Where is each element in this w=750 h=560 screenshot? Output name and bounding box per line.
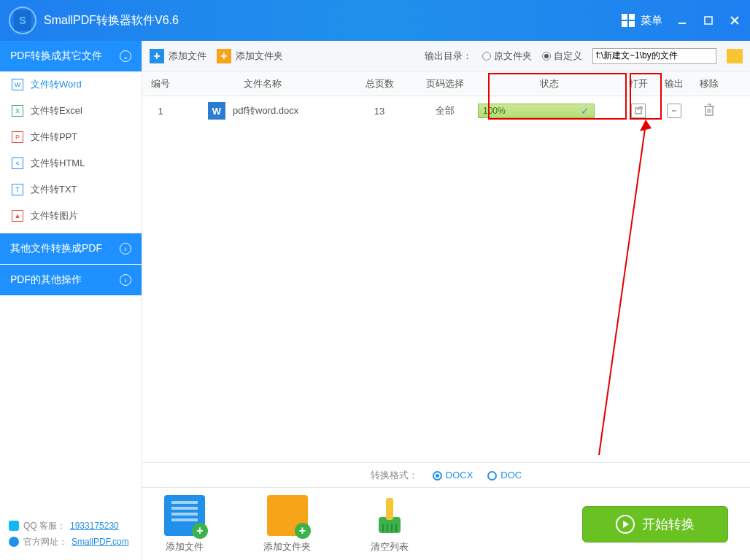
sidebar-item-html[interactable]: <文件转HTML	[0, 150, 142, 176]
qq-link[interactable]: 1933175230	[70, 521, 119, 531]
format-bar: 转换格式： DOCX DOC	[142, 462, 750, 487]
qq-icon	[9, 521, 19, 531]
word-file-icon: W	[208, 102, 225, 120]
output-button[interactable]	[667, 104, 681, 118]
excel-icon: X	[12, 105, 23, 117]
annotation-arrow	[593, 120, 652, 462]
ie-icon	[9, 537, 19, 547]
html-icon: <	[12, 158, 23, 169]
check-icon: ✓	[581, 105, 589, 117]
start-convert-button[interactable]: 开始转换	[582, 506, 728, 542]
content: +添加文件 +添加文件夹 输出目录： 原文件夹 自定义 编号 文件名称 总页数 …	[142, 41, 750, 560]
plus-icon: +	[150, 49, 164, 63]
sidebar-group-other-to-pdf[interactable]: 其他文件转换成PDF ›	[0, 233, 142, 264]
output-path-input[interactable]	[592, 48, 716, 64]
col-del: 移除	[692, 77, 727, 90]
chevron-right-icon: ›	[120, 274, 131, 286]
word-icon: W	[12, 79, 23, 90]
sidebar-footer: QQ 客服：1933175230 官方网址：SmallPDF.com	[0, 509, 142, 560]
sidebar-group-pdf-to-other[interactable]: PDF转换成其它文件 ⌄	[0, 41, 142, 71]
menu-button[interactable]: 菜单	[622, 14, 662, 28]
bottom-bar: + 添加文件 + 添加文件夹 清空列表 开始转换	[142, 487, 750, 560]
grid-icon	[622, 14, 635, 27]
app-logo: S	[9, 7, 36, 34]
toolbar: +添加文件 +添加文件夹 输出目录： 原文件夹 自定义	[142, 41, 750, 71]
big-add-file-button[interactable]: + 添加文件	[164, 495, 205, 553]
sidebar-item-word[interactable]: W文件转Word	[0, 71, 142, 98]
maximize-button[interactable]	[702, 14, 715, 27]
browse-folder-button[interactable]	[727, 49, 743, 63]
sidebar: PDF转换成其它文件 ⌄ W文件转Word X文件转Excel P文件转PPT …	[0, 41, 142, 560]
radio-custom[interactable]: 自定义	[542, 50, 582, 63]
chevron-down-icon: ⌄	[120, 50, 131, 62]
radio-doc[interactable]: DOC	[487, 470, 522, 481]
chevron-right-icon: ›	[120, 243, 131, 254]
folder-add-icon: +	[267, 495, 308, 536]
add-file-button[interactable]: +添加文件	[150, 49, 206, 63]
plus-icon: +	[217, 49, 231, 63]
col-sel: 页码选择	[412, 77, 478, 90]
ppt-icon: P	[12, 131, 23, 143]
image-icon: ▲	[12, 210, 23, 222]
svg-rect-11	[386, 498, 393, 520]
minimize-button[interactable]	[676, 14, 689, 27]
sidebar-item-txt[interactable]: T文件转TXT	[0, 176, 142, 203]
delete-button[interactable]	[703, 108, 715, 119]
menu-label: 菜单	[641, 14, 662, 28]
file-add-icon: +	[164, 495, 205, 536]
progress-bar: 100%✓	[478, 104, 595, 118]
close-button[interactable]	[728, 14, 741, 27]
big-clear-button[interactable]: 清空列表	[369, 495, 410, 553]
col-out: 输出	[657, 77, 692, 90]
sidebar-item-image[interactable]: ▲文件转图片	[0, 203, 142, 229]
radio-same-folder[interactable]: 原文件夹	[482, 50, 532, 63]
open-button[interactable]	[631, 104, 646, 118]
output-label: 输出目录：	[425, 50, 472, 63]
col-pages: 总页数	[347, 77, 412, 90]
site-link[interactable]: SmallPDF.com	[71, 537, 129, 547]
sidebar-item-excel[interactable]: X文件转Excel	[0, 98, 142, 124]
brush-icon	[369, 495, 410, 536]
app-title: SmallPDF转换器软件V6.6	[44, 13, 179, 28]
play-icon	[616, 515, 635, 534]
table-row[interactable]: 1 Wpdf转word.docx 13 全部 100%✓	[142, 96, 750, 125]
col-open: 打开	[620, 77, 657, 90]
table-header: 编号 文件名称 总页数 页码选择 状态 打开 输出 移除	[142, 71, 750, 96]
svg-line-8	[599, 124, 646, 455]
col-name: 文件名称	[179, 77, 347, 90]
format-label: 转换格式：	[371, 469, 418, 482]
txt-icon: T	[12, 184, 23, 195]
radio-docx[interactable]: DOCX	[433, 470, 473, 481]
big-add-folder-button[interactable]: + 添加文件夹	[263, 495, 311, 553]
titlebar: S SmallPDF转换器软件V6.6 菜单	[0, 0, 750, 41]
svg-rect-1	[705, 17, 712, 24]
col-num: 编号	[142, 77, 179, 90]
sidebar-item-ppt[interactable]: P文件转PPT	[0, 124, 142, 150]
sidebar-group-pdf-other-ops[interactable]: PDF的其他操作 ›	[0, 265, 142, 295]
add-folder-button[interactable]: +添加文件夹	[217, 49, 283, 63]
col-status: 状态	[478, 77, 620, 90]
